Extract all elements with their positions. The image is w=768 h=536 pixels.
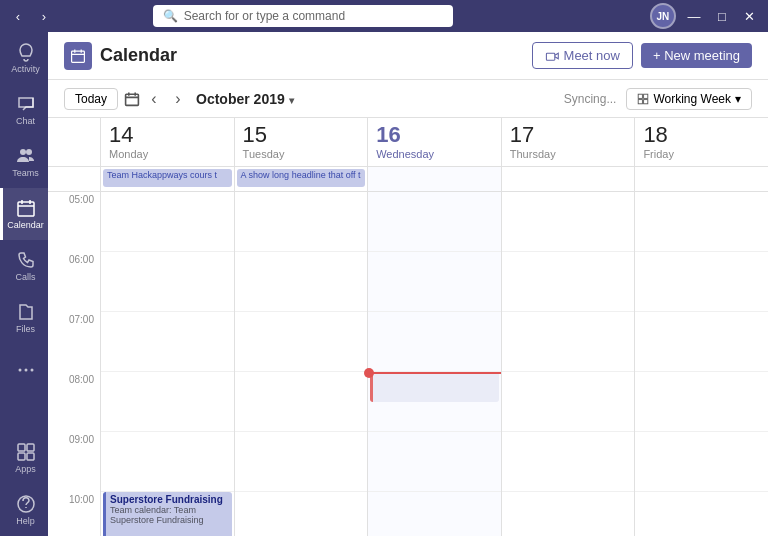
search-placeholder: Search for or type a command [184, 9, 345, 23]
day-slot-col-14[interactable]: Superstore Fundraising Team calendar: Te… [100, 192, 234, 536]
time-label-9: 09:00 [48, 432, 100, 492]
meet-now-button[interactable]: Meet now [532, 42, 633, 69]
sidebar-item-help[interactable]: Help [0, 484, 48, 536]
svg-rect-14 [639, 94, 643, 98]
view-selector-button[interactable]: Working Week ▾ [626, 88, 752, 110]
current-time-event[interactable] [370, 372, 499, 402]
svg-point-0 [20, 149, 26, 155]
day-number-16: 16 [376, 122, 493, 148]
sidebar-item-calls-label: Calls [15, 272, 35, 282]
svg-rect-12 [546, 53, 554, 60]
allday-row: Team Hackappways cours t A show long hea… [48, 167, 768, 192]
month-label[interactable]: October 2019 ▾ [196, 91, 294, 107]
allday-col-17 [501, 167, 635, 191]
sidebar-item-files-label: Files [16, 324, 35, 334]
day-slot-col-18[interactable] [634, 192, 768, 536]
svg-point-5 [30, 369, 33, 372]
hour-line [101, 312, 234, 372]
sidebar-item-teams-label: Teams [12, 168, 39, 178]
sidebar-item-more[interactable] [0, 344, 48, 396]
calendar-title: Calendar [100, 45, 532, 66]
sidebar-item-calendar[interactable]: Calendar [0, 188, 48, 240]
hour-line [502, 432, 635, 492]
allday-event-2-title: A show long headline that off t [241, 170, 361, 180]
meet-now-label: Meet now [564, 48, 620, 63]
hour-line [235, 192, 368, 252]
day-header-14: 14 Monday [100, 118, 234, 166]
hour-line [502, 372, 635, 432]
sidebar-item-help-label: Help [16, 516, 35, 526]
search-bar[interactable]: 🔍 Search for or type a command [153, 5, 453, 27]
svg-rect-7 [27, 444, 34, 451]
hour-line [101, 372, 234, 432]
hour-line [235, 432, 368, 492]
month-label-text: October 2019 [196, 91, 285, 107]
day-slot-col-15[interactable] [234, 192, 368, 536]
hour-line [368, 432, 501, 492]
allday-col-14: Team Hackappways cours t [100, 167, 234, 191]
new-meeting-button[interactable]: + New meeting [641, 43, 752, 68]
sidebar-item-activity-label: Activity [11, 64, 40, 74]
avatar[interactable]: JN [650, 3, 676, 29]
hour-line [502, 312, 635, 372]
sidebar-item-apps[interactable]: Apps [0, 432, 48, 484]
hour-line [635, 492, 768, 536]
allday-col-16 [367, 167, 501, 191]
hour-line [635, 372, 768, 432]
hour-line [502, 492, 635, 536]
forward-button[interactable]: › [34, 6, 54, 26]
maximize-button[interactable]: □ [712, 6, 732, 26]
main-content: Calendar Meet now + New meeting Today ‹ … [48, 32, 768, 536]
hour-line [502, 192, 635, 252]
calendar-header: Calendar Meet now + New meeting [48, 32, 768, 80]
time-label-6: 06:00 [48, 252, 100, 312]
days-area: Superstore Fundraising Team calendar: Te… [100, 192, 768, 536]
minimize-button[interactable]: — [684, 6, 704, 26]
allday-event-1[interactable]: Team Hackappways cours t [103, 169, 232, 187]
day-header-15: 15 Tuesday [234, 118, 368, 166]
svg-rect-9 [27, 453, 34, 460]
current-time-indicator [368, 372, 501, 374]
hour-line [101, 252, 234, 312]
time-label-8: 08:00 [48, 372, 100, 432]
event-fundraising[interactable]: Superstore Fundraising Team calendar: Te… [103, 492, 232, 536]
sidebar-item-activity[interactable]: Activity [0, 32, 48, 84]
hour-line [235, 372, 368, 432]
day-name-tuesday: Tuesday [243, 148, 360, 160]
new-meeting-label: + New meeting [653, 48, 740, 63]
sidebar-item-calls[interactable]: Calls [0, 240, 48, 292]
calendar-grid: 14 Monday 15 Tuesday 16 Wednesday 17 Thu… [48, 118, 768, 536]
prev-week-button[interactable]: ‹ [142, 87, 166, 111]
time-slots: 05:00 06:00 07:00 08:00 09:00 10:00 11:0… [48, 192, 768, 536]
time-label-7: 07:00 [48, 312, 100, 372]
hour-line [368, 252, 501, 312]
day-name-monday: Monday [109, 148, 226, 160]
allday-event-2[interactable]: A show long headline that off t [237, 169, 366, 187]
today-button[interactable]: Today [64, 88, 118, 110]
event-fundraising-sub: Team calendar: Team [110, 505, 228, 515]
sidebar-item-files[interactable]: Files [0, 292, 48, 344]
sidebar-item-teams[interactable]: Teams [0, 136, 48, 188]
sidebar-item-apps-label: Apps [15, 464, 36, 474]
day-name-thursday: Thursday [510, 148, 627, 160]
day-number-15: 15 [243, 122, 360, 148]
next-week-button[interactable]: › [166, 87, 190, 111]
title-bar: ‹ › 🔍 Search for or type a command JN — … [0, 0, 768, 32]
hour-line [635, 192, 768, 252]
svg-rect-16 [639, 99, 643, 103]
day-headers: 14 Monday 15 Tuesday 16 Wednesday 17 Thu… [48, 118, 768, 167]
svg-rect-15 [644, 94, 648, 98]
day-slot-col-17[interactable] [501, 192, 635, 536]
back-button[interactable]: ‹ [8, 6, 28, 26]
calendar-icon-nav [124, 91, 140, 107]
view-label: Working Week [653, 92, 731, 106]
close-button[interactable]: ✕ [740, 6, 760, 26]
app-body: Activity Chat Teams Cal [0, 32, 768, 536]
day-slot-col-16[interactable] [367, 192, 501, 536]
time-gutter-header [48, 118, 100, 166]
hour-line [502, 252, 635, 312]
time-label-10: 10:00 [48, 492, 100, 536]
svg-point-1 [26, 149, 32, 155]
hour-line [635, 432, 768, 492]
sidebar-item-chat[interactable]: Chat [0, 84, 48, 136]
